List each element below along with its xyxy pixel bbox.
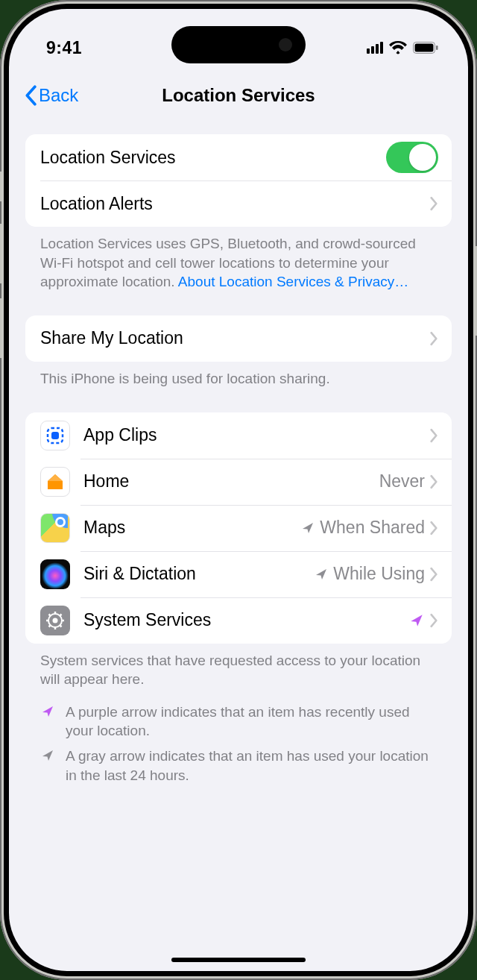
svg-line-11 <box>49 614 51 616</box>
svg-point-6 <box>53 618 58 623</box>
location-arrow-gray-icon <box>300 521 315 535</box>
home-row[interactable]: Home Never <box>25 459 452 505</box>
maps-label: Maps <box>83 518 300 538</box>
chevron-right-icon <box>429 196 438 211</box>
svg-line-14 <box>49 624 51 626</box>
system-services-description: System services that have requested acce… <box>25 644 452 692</box>
system-services-icon <box>40 606 70 635</box>
chevron-right-icon <box>429 428 438 443</box>
share-location-description: This iPhone is being used for location s… <box>25 362 452 392</box>
home-icon <box>40 467 70 497</box>
system-services-row[interactable]: System Services <box>25 597 452 644</box>
app-clips-icon <box>40 421 70 450</box>
location-arrow-purple-icon <box>408 612 425 629</box>
chevron-left-icon <box>24 85 37 106</box>
legend-gray-row: A gray arrow indicates that an item has … <box>25 744 452 788</box>
location-services-description: Location Services uses GPS, Bluetooth, a… <box>25 227 452 295</box>
chevron-right-icon <box>429 613 438 628</box>
legend-gray-text: A gray arrow indicates that an item has … <box>66 747 437 785</box>
legend-purple-text: A purple arrow indicates that an item ha… <box>66 703 437 741</box>
siri-row[interactable]: Siri & Dictation While Using <box>25 551 452 597</box>
home-detail: Never <box>379 471 425 491</box>
app-clips-label: App Clips <box>83 425 429 445</box>
dynamic-island <box>171 26 306 63</box>
apps-group: App Clips Home Never Maps When Shared <box>25 412 452 644</box>
system-services-label: System Services <box>83 610 408 630</box>
share-my-location-label: Share My Location <box>40 328 429 348</box>
back-button[interactable]: Back <box>24 85 78 106</box>
chevron-right-icon <box>429 567 438 582</box>
about-privacy-link[interactable]: About Location Services & Privacy… <box>178 274 408 289</box>
location-services-group: Location Services Location Alerts <box>25 134 452 227</box>
share-my-location-row[interactable]: Share My Location <box>25 315 452 362</box>
location-services-label: Location Services <box>40 148 386 168</box>
app-clips-row[interactable]: App Clips <box>25 412 452 459</box>
siri-icon <box>40 559 70 589</box>
svg-line-13 <box>60 614 62 616</box>
back-label: Back <box>39 85 78 106</box>
chevron-right-icon <box>429 521 438 535</box>
maps-row[interactable]: Maps When Shared <box>25 505 452 551</box>
location-arrow-gray-icon <box>314 567 329 582</box>
siri-label: Siri & Dictation <box>83 564 314 584</box>
maps-icon <box>40 513 70 543</box>
location-services-toggle[interactable] <box>386 142 438 173</box>
svg-line-12 <box>60 624 62 626</box>
location-services-row[interactable]: Location Services <box>25 134 452 180</box>
chevron-right-icon <box>429 474 438 489</box>
home-indicator[interactable] <box>171 958 306 962</box>
home-label: Home <box>83 471 379 491</box>
siri-detail: While Using <box>333 564 425 584</box>
location-arrow-purple-icon <box>40 704 55 719</box>
share-location-group: Share My Location <box>25 315 452 362</box>
location-arrow-gray-icon <box>40 748 55 763</box>
location-alerts-row[interactable]: Location Alerts <box>25 180 452 227</box>
svg-rect-4 <box>51 432 59 439</box>
chevron-right-icon <box>429 331 438 346</box>
maps-detail: When Shared <box>320 518 425 538</box>
legend-purple-row: A purple arrow indicates that an item ha… <box>25 700 452 744</box>
location-alerts-label: Location Alerts <box>40 194 429 214</box>
